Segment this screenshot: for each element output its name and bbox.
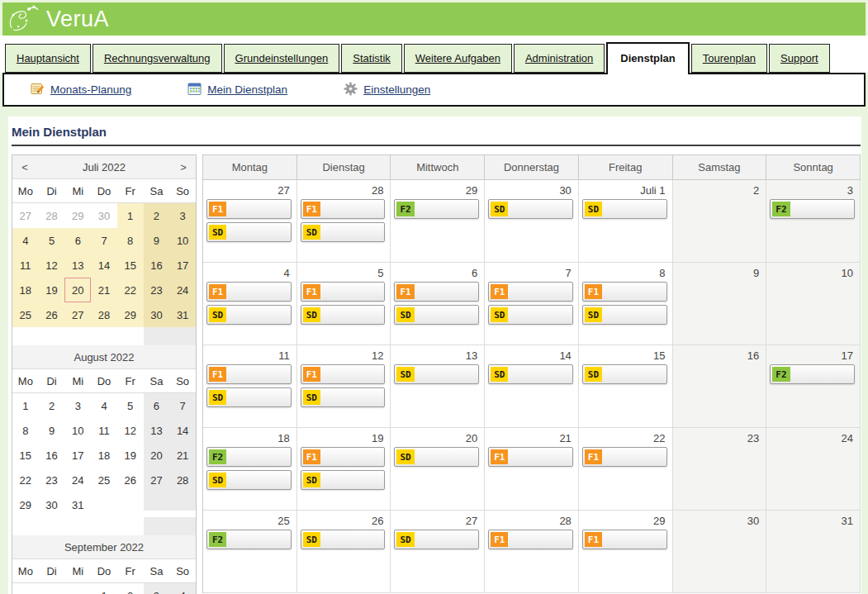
tab-dienstplan[interactable]: Dienstplan [606,42,689,74]
shift-entry[interactable]: F1 [301,199,386,219]
mini-day[interactable]: 11 [12,253,39,278]
mini-day[interactable]: 10 [169,228,196,253]
mini-day[interactable]: 3 [64,393,91,418]
toolbar-item-einstellungen[interactable]: Einstellungen [344,82,430,98]
mini-day[interactable]: 28 [39,203,65,228]
mini-day[interactable]: 23 [39,468,65,492]
calendar-day-cell[interactable]: 22F1 [579,428,673,511]
mini-day[interactable]: 4 [91,393,117,418]
mini-day[interactable]: 31 [64,492,91,517]
calendar-day-cell[interactable]: Juli 1SD [579,180,673,263]
mini-day[interactable]: 20 [144,443,170,468]
shift-entry[interactable]: SD [301,222,386,242]
mini-day[interactable]: 29 [12,492,39,517]
calendar-day-cell[interactable]: 11F1SD [203,345,297,428]
shift-entry[interactable]: F2 [770,199,855,219]
calendar-day-cell[interactable]: 21F1 [485,428,579,511]
calendar-day-cell[interactable]: 28F1 [485,511,579,593]
shift-entry[interactable]: SD [206,305,292,325]
calendar-day-cell[interactable]: 30SD [485,180,579,263]
mini-day[interactable]: 19 [39,278,65,302]
tab-grundeinstellungen[interactable]: Grundeinstellungen [224,44,340,73]
mini-day[interactable]: 24 [64,468,91,492]
mini-day[interactable]: 31 [169,302,196,327]
mini-day[interactable]: 16 [39,443,65,468]
shift-entry[interactable]: F2 [206,530,292,549]
mini-day[interactable]: 2 [144,203,170,228]
mini-day[interactable]: 21 [91,278,117,302]
calendar-day-cell[interactable]: 3F2 [766,180,861,263]
mini-day[interactable]: 6 [64,228,91,253]
shift-entry[interactable]: SD [394,447,479,467]
calendar-day-cell[interactable]: 28F1SD [297,180,391,263]
shift-entry[interactable]: F1 [301,364,386,384]
mini-day[interactable]: 25 [12,302,39,327]
calendar-day-cell[interactable]: 31 [766,511,861,593]
mini-day[interactable]: 2 [39,393,65,418]
shift-entry[interactable]: F2 [394,199,479,219]
shift-entry[interactable]: F2 [206,447,292,467]
mini-day[interactable]: 10 [64,418,91,443]
shift-entry[interactable]: SD [301,305,386,325]
tab-tourenplan[interactable]: Tourenplan [691,44,767,73]
shift-entry[interactable]: F1 [206,199,292,219]
mini-day[interactable]: 19 [117,443,144,468]
calendar-day-cell[interactable]: 8F1SD [579,263,673,345]
shift-entry[interactable]: SD [394,305,479,325]
calendar-day-cell[interactable]: 16 [673,345,767,428]
calendar-day-cell[interactable]: 20SD [391,428,485,511]
calendar-day-cell[interactable]: 27F1SD [203,180,297,263]
mini-day[interactable]: 22 [12,468,39,492]
mini-day[interactable]: 21 [169,443,196,468]
mini-day[interactable]: 15 [12,443,39,468]
calendar-day-cell[interactable]: 6F1SD [391,263,485,345]
shift-entry[interactable]: F1 [301,282,386,302]
mini-day[interactable]: 2 [117,583,144,594]
shift-entry[interactable]: SD [488,305,573,325]
calendar-day-cell[interactable]: 29F2 [391,180,485,263]
shift-entry[interactable]: SD [488,364,573,384]
toolbar-item-monats-planung[interactable]: Monats-Planung [31,82,131,98]
shift-entry[interactable]: SD [301,387,386,407]
mini-day[interactable]: 1 [91,583,117,594]
mini-day[interactable]: 30 [39,492,65,517]
mini-day[interactable]: 26 [39,302,65,327]
mini-day[interactable]: 12 [39,253,65,278]
calendar-day-cell[interactable]: 26SD [297,511,391,593]
calendar-day-cell[interactable]: 9 [673,263,767,345]
mini-day[interactable]: 1 [117,203,144,228]
mini-day[interactable]: 17 [169,253,196,278]
shift-entry[interactable]: F1 [488,282,573,302]
mini-day[interactable]: 7 [169,393,196,418]
shift-entry[interactable]: SD [206,222,292,242]
shift-entry[interactable]: F1 [301,447,386,467]
mini-day[interactable]: 18 [91,443,117,468]
calendar-day-cell[interactable]: 13SD [391,345,485,428]
mini-day[interactable]: 5 [39,228,65,253]
prev-month-button[interactable]: < [14,155,36,178]
mini-day[interactable]: 5 [117,393,144,418]
shift-entry[interactable]: SD [582,199,667,219]
mini-day[interactable]: 16 [144,253,170,278]
calendar-day-cell[interactable]: 5F1SD [297,263,391,345]
tab-rechnungsverwaltung[interactable]: Rechnungsverwaltung [92,44,222,73]
shift-entry[interactable]: F1 [488,530,573,549]
mini-day[interactable]: 11 [91,418,117,443]
shift-entry[interactable]: F1 [582,530,667,549]
shift-entry[interactable]: F1 [488,447,573,467]
tab-support[interactable]: Support [769,44,830,73]
mini-day[interactable]: 27 [144,468,170,492]
shift-entry[interactable]: SD [394,530,479,549]
shift-entry[interactable]: SD [582,364,667,384]
shift-entry[interactable]: F1 [206,364,292,384]
mini-day[interactable]: 23 [144,278,170,302]
tab-statistik[interactable]: Statistik [341,44,402,73]
shift-entry[interactable]: SD [206,387,292,407]
mini-day[interactable]: 3 [144,583,170,594]
mini-day[interactable]: 26 [117,468,144,492]
mini-day[interactable]: 8 [12,418,39,443]
calendar-day-cell[interactable]: 23 [673,428,767,511]
shift-entry[interactable]: SD [488,199,573,219]
shift-entry[interactable]: SD [582,305,667,325]
calendar-day-cell[interactable]: 17F2 [766,345,861,428]
